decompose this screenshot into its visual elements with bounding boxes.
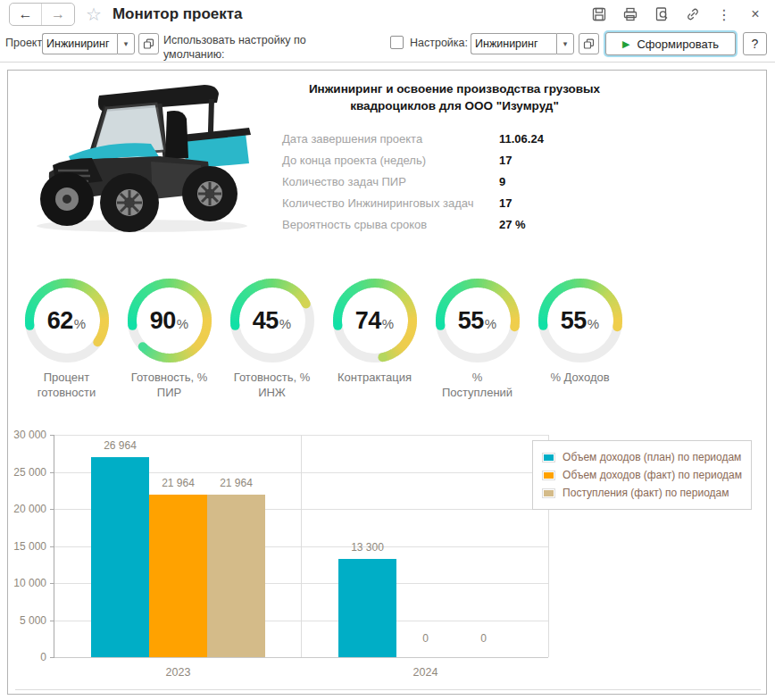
info-row-value: 11.06.24 bbox=[499, 132, 544, 146]
project-choose-button[interactable] bbox=[138, 33, 159, 54]
gauge-number: 74 bbox=[355, 307, 381, 335]
gauge: 55%% Поступлений bbox=[426, 274, 529, 401]
forward-button[interactable]: → bbox=[42, 4, 74, 25]
project-info-rows: Дата завершения проекта11.06.24До конца … bbox=[262, 129, 646, 236]
chevron-down-icon: ▾ bbox=[124, 39, 129, 48]
bar-value-label: 13 300 bbox=[338, 541, 396, 554]
rear-wheel bbox=[182, 166, 238, 221]
project-combobox: ▾ bbox=[42, 33, 135, 54]
legend-item: Объем доходов (факт) по периодам bbox=[542, 466, 742, 484]
bar bbox=[338, 559, 396, 657]
gauge-donut: 74% bbox=[329, 274, 421, 367]
y-tick-label: 0 bbox=[0, 651, 46, 663]
info-row-value: 17 bbox=[499, 196, 512, 210]
info-row: До конца проекта (недель)17 bbox=[282, 150, 646, 171]
bar-value-label: 0 bbox=[454, 632, 512, 645]
info-row-value: 27 % bbox=[499, 218, 526, 231]
bar-value-label: 26 964 bbox=[91, 439, 149, 452]
gauge-donut: 55% bbox=[431, 274, 524, 367]
preview-icon[interactable] bbox=[653, 5, 671, 23]
axis-tick bbox=[50, 435, 54, 436]
legend-label: Поступления (факт) по периодам bbox=[562, 487, 729, 499]
gauge-number: 90 bbox=[150, 307, 176, 335]
gauge-caption: % Поступлений bbox=[426, 371, 529, 401]
gauge-number: 62 bbox=[47, 307, 73, 335]
chevron-down-icon: ▾ bbox=[563, 39, 568, 48]
project-dropdown-button[interactable]: ▾ bbox=[117, 33, 135, 54]
info-row-label: Количество задач ПИР bbox=[282, 175, 499, 188]
axis-tick bbox=[50, 546, 54, 547]
gauge-number: 55 bbox=[561, 307, 587, 335]
gauge-number: 45 bbox=[253, 307, 279, 335]
gauge-donut: 45% bbox=[226, 274, 319, 367]
gauge: 55%% Доходов bbox=[529, 274, 631, 401]
setting-choose-button[interactable] bbox=[579, 33, 599, 54]
gauge-donut: 55% bbox=[534, 274, 627, 367]
page-title: Монитор проекта bbox=[112, 5, 243, 23]
y-tick-label: 30 000 bbox=[0, 429, 46, 441]
gauges-row: 62%Процент готовности90%Готовность, % ПИ… bbox=[15, 274, 631, 401]
gauge-value: 55% bbox=[431, 274, 524, 367]
use-default-setting-label: Использовать настройку по умолчанию: bbox=[163, 33, 324, 62]
gauge-value: 74% bbox=[329, 274, 421, 367]
revenue-chart: 05 00010 00015 00020 00025 00030 0002023… bbox=[8, 428, 768, 692]
generate-button-label: Сформировать bbox=[637, 38, 719, 51]
print-icon[interactable] bbox=[621, 5, 639, 23]
use-default-setting-checkbox[interactable] bbox=[390, 36, 404, 49]
gauge-value: 45% bbox=[226, 274, 319, 367]
gauge-donut: 90% bbox=[123, 274, 216, 367]
window-titlebar: ← → ☆ Монитор проекта ⋮ × bbox=[0, 0, 775, 29]
legend-label: Объем доходов (факт) по периодам bbox=[562, 469, 742, 481]
info-row-label: Количество Инжиниринговых задач bbox=[282, 196, 499, 210]
project-input[interactable] bbox=[42, 33, 117, 54]
back-button[interactable]: ← bbox=[10, 4, 42, 25]
setting-combobox: ▾ bbox=[471, 33, 574, 54]
chart-plot-area: 05 00010 00015 00020 00025 00030 0002023… bbox=[54, 435, 548, 657]
window-action-icons: ⋮ × bbox=[590, 5, 764, 23]
axis-tick bbox=[50, 657, 54, 658]
axis-tick bbox=[50, 583, 54, 584]
filter-bar: Проект: ▾ Использовать настройку по умол… bbox=[0, 29, 775, 62]
generate-button[interactable]: ▶ Сформировать bbox=[605, 32, 736, 55]
favorite-star-icon[interactable]: ☆ bbox=[86, 5, 102, 23]
bar-value-label: 21 964 bbox=[207, 477, 265, 489]
setting-label: Настройка: bbox=[410, 37, 468, 49]
gauge-percent-sign: % bbox=[485, 316, 496, 331]
quad-bike-image bbox=[17, 76, 260, 237]
info-row-value: 9 bbox=[499, 175, 505, 188]
gauge-caption: Готовность, % ПИР bbox=[118, 371, 221, 401]
legend-item: Объем доходов (план) по периодам bbox=[542, 448, 742, 466]
gauge-value: 90% bbox=[123, 274, 216, 367]
gauge-percent-sign: % bbox=[177, 316, 188, 331]
report-panel: Инжиниринг и освоение производства грузо… bbox=[7, 70, 767, 695]
gridline bbox=[54, 657, 548, 658]
bar bbox=[91, 457, 149, 657]
legend-swatch bbox=[542, 471, 555, 480]
gauge-caption: Готовность, % ИНЖ bbox=[221, 371, 323, 401]
nav-buttons: ← → bbox=[9, 3, 75, 26]
x-category-label: 2024 bbox=[302, 666, 549, 679]
info-row-label: До конца проекта (недель) bbox=[282, 154, 499, 167]
close-icon[interactable]: × bbox=[746, 5, 764, 23]
project-label: Проект: bbox=[5, 37, 46, 49]
help-button[interactable]: ? bbox=[743, 32, 767, 55]
middle-wheel bbox=[100, 173, 159, 232]
gauge: 45%Готовность, % ИНЖ bbox=[221, 274, 323, 401]
y-tick-label: 15 000 bbox=[0, 540, 46, 553]
setting-dropdown-button[interactable]: ▾ bbox=[556, 33, 574, 54]
legend-swatch bbox=[542, 453, 555, 462]
link-icon[interactable] bbox=[684, 5, 702, 23]
choose-icon bbox=[143, 38, 154, 50]
setting-input[interactable] bbox=[471, 33, 556, 54]
info-row-label: Дата завершения проекта bbox=[282, 132, 499, 146]
info-row-label: Вероятность срыва сроков bbox=[282, 218, 499, 231]
more-menu-icon[interactable]: ⋮ bbox=[715, 5, 733, 23]
info-row: Количество Инжиниринговых задач17 bbox=[282, 193, 646, 214]
gauge-value: 62% bbox=[21, 274, 113, 367]
legend-item: Поступления (факт) по периодам bbox=[542, 484, 742, 502]
choose-icon bbox=[583, 38, 595, 50]
y-tick-label: 10 000 bbox=[0, 577, 46, 589]
gauge-percent-sign: % bbox=[279, 316, 291, 331]
gauge-caption: % Доходов bbox=[529, 371, 631, 386]
save-icon[interactable] bbox=[590, 5, 608, 23]
